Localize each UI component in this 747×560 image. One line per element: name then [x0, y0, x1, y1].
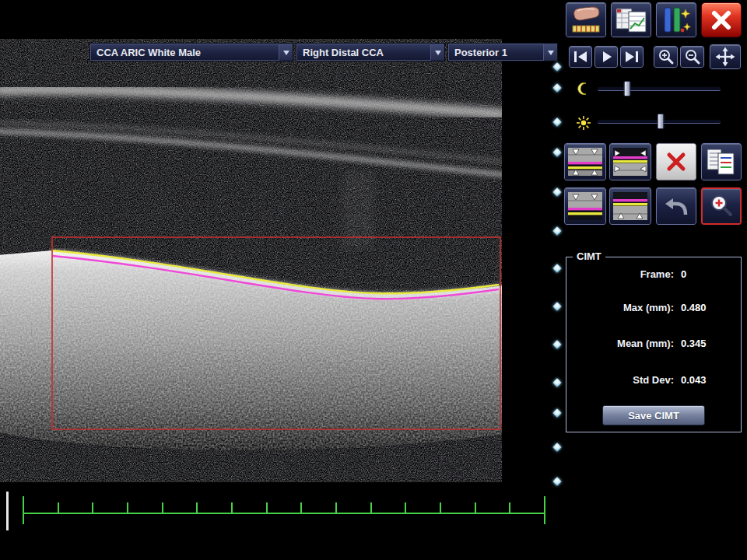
- moon-icon: [577, 82, 591, 96]
- pan-icon: [715, 47, 735, 67]
- last-frame-button[interactable]: [620, 46, 644, 68]
- sparkle-diamond: [552, 443, 561, 451]
- undo-button[interactable]: [656, 187, 696, 225]
- zoom-in-icon: [657, 47, 675, 66]
- sparkle-diamond: [552, 340, 561, 348]
- snap-near-wall-icon: [567, 191, 603, 221]
- angle-select[interactable]: Posterior 1: [447, 43, 558, 61]
- sun-icon: [576, 115, 591, 131]
- copy-to-report-icon: [705, 147, 738, 177]
- max-label: Max (mm):: [566, 302, 674, 313]
- zoom-in-button[interactable]: [654, 46, 678, 68]
- detect-far-wall-button[interactable]: [609, 143, 651, 180]
- cimt-frame-row: Frame:0: [566, 268, 741, 282]
- detect-far-wall-icon: [612, 147, 648, 177]
- sparkle-diamond: [552, 62, 561, 71]
- cimt-max-row: Max (mm):0.480: [566, 302, 741, 316]
- application-window: CCA ARIC White Male Right Distal CCA Pos…: [0, 0, 747, 560]
- cimt-panel: CIMT Frame:0 Max (mm):0.480 Mean (mm):0.…: [566, 257, 742, 432]
- zoom-roi-icon: [708, 193, 735, 219]
- zoom-roi-button[interactable]: [701, 187, 742, 225]
- max-value: 0.480: [681, 302, 707, 313]
- sparkle-diamond: [552, 477, 561, 485]
- delete-measurement-button[interactable]: [656, 143, 696, 180]
- sparkle-diamond: [552, 148, 561, 156]
- contrast-slider-thumb[interactable]: [623, 81, 630, 96]
- snap-near-wall-button[interactable]: [564, 187, 606, 225]
- preset-select-value: CCA ARIC White Male: [90, 44, 279, 61]
- last-frame-icon: [623, 48, 640, 65]
- mean-value: 0.345: [681, 338, 707, 349]
- snap-far-wall-button[interactable]: [609, 187, 651, 225]
- contrast-slider[interactable]: [598, 86, 721, 91]
- report-tables-icon: [613, 5, 649, 36]
- frame-label: Frame:: [566, 268, 674, 280]
- pan-button[interactable]: [710, 44, 741, 69]
- probe-tool-button[interactable]: [566, 2, 606, 37]
- stddev-label: Std Dev:: [566, 374, 674, 386]
- sparkle-diamond: [552, 264, 561, 272]
- chevron-down-icon[interactable]: [543, 44, 557, 61]
- sparkle-diamond: [552, 302, 561, 310]
- image-tools-icon: [658, 5, 694, 36]
- close-x-icon: [710, 9, 733, 32]
- next-frame-icon: [598, 48, 615, 65]
- copy-to-report-button[interactable]: [701, 143, 742, 180]
- ultrasound-image[interactable]: [0, 39, 502, 482]
- detect-near-wall-button[interactable]: [564, 143, 606, 180]
- mean-label: Mean (mm):: [566, 338, 674, 349]
- next-frame-button[interactable]: [594, 46, 618, 68]
- report-button[interactable]: [611, 2, 651, 37]
- angle-select-value: Posterior 1: [448, 44, 543, 61]
- stddev-value: 0.043: [681, 374, 707, 386]
- first-frame-icon: [572, 48, 589, 65]
- save-cimt-button[interactable]: Save CIMT: [602, 405, 705, 425]
- image-tools-button[interactable]: [656, 2, 696, 37]
- delete-x-icon: [664, 149, 689, 174]
- segment-select-value: Right Distal CCA: [296, 44, 430, 61]
- image-edge-marker: [6, 492, 9, 530]
- close-button[interactable]: [701, 2, 742, 37]
- preset-select[interactable]: CCA ARIC White Male: [89, 43, 293, 61]
- sparkle-diamond: [552, 378, 561, 387]
- brightness-slider[interactable]: [598, 119, 721, 124]
- ultrasound-probe-icon: [568, 5, 604, 36]
- zoom-out-icon: [683, 47, 702, 66]
- cimt-panel-title: CIMT: [573, 250, 605, 262]
- sparkle-diamond: [552, 187, 561, 196]
- cimt-mean-row: Mean (mm):0.345: [566, 338, 741, 352]
- undo-icon: [661, 194, 691, 219]
- cimt-stddev-row: Std Dev:0.043: [566, 374, 741, 388]
- sparkle-diamond: [552, 408, 561, 417]
- detect-near-wall-icon: [567, 147, 603, 177]
- zoom-out-button[interactable]: [680, 46, 704, 68]
- chevron-down-icon[interactable]: [430, 44, 444, 61]
- sparkle-diamond: [552, 117, 561, 126]
- sparkle-diamond: [552, 226, 561, 235]
- segment-select[interactable]: Right Distal CCA: [296, 43, 445, 61]
- frame-value: 0: [681, 268, 686, 280]
- first-frame-button[interactable]: [569, 46, 592, 68]
- brightness-slider-thumb[interactable]: [657, 114, 664, 129]
- chevron-down-icon[interactable]: [279, 44, 293, 61]
- scale-ruler: [0, 488, 560, 538]
- snap-far-wall-icon: [612, 191, 648, 221]
- sparkle-diamond: [552, 83, 561, 92]
